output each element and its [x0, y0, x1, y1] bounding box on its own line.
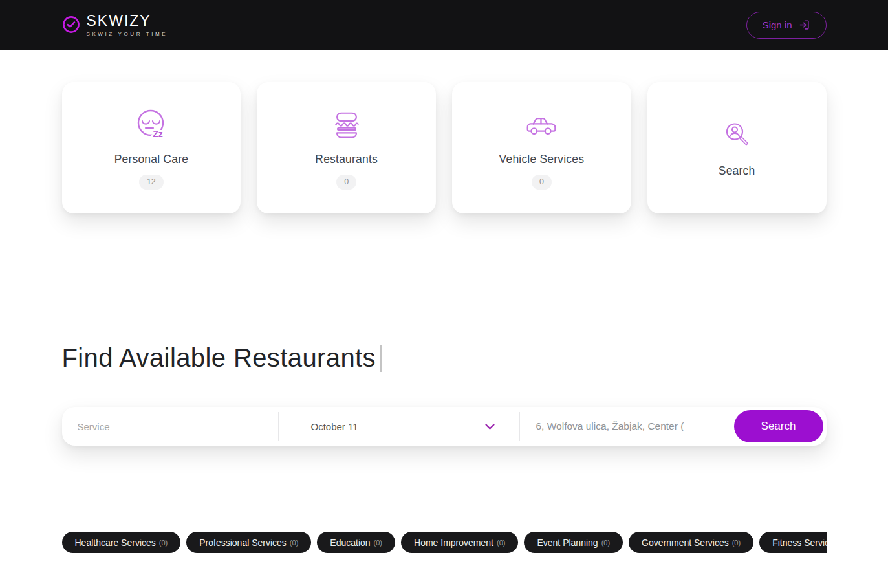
- chip-education[interactable]: Education (0): [317, 532, 395, 553]
- car-icon: [523, 106, 559, 142]
- chip-fitness-services[interactable]: Fitness Services (0): [759, 532, 826, 553]
- category-card-label: Search: [719, 164, 755, 178]
- brand-logo[interactable]: SKWIZY SKWIZ YOUR TIME: [62, 13, 168, 36]
- clock-check-icon: [62, 16, 80, 34]
- sign-in-label: Sign in: [763, 19, 792, 30]
- category-card-label: Vehicle Services: [499, 153, 585, 166]
- chip-professional-services[interactable]: Professional Services (0): [186, 532, 311, 553]
- chip-count: (0): [159, 539, 168, 547]
- category-card-personal-care[interactable]: Zz Personal Care 12: [62, 82, 241, 213]
- chip-government-services[interactable]: Government Services (0): [629, 532, 753, 553]
- typing-caret: [380, 345, 382, 372]
- chip-label: Home Improvement: [414, 538, 493, 548]
- login-icon: [798, 19, 810, 31]
- category-count-badge: 0: [336, 175, 356, 190]
- chip-label: Healthcare Services: [75, 538, 156, 548]
- chip-healthcare-services[interactable]: Healthcare Services (0): [62, 532, 181, 553]
- svg-text:Zz: Zz: [153, 129, 163, 139]
- date-value: October 11: [311, 421, 485, 432]
- chip-event-planning[interactable]: Event Planning (0): [524, 532, 623, 553]
- category-card-label: Restaurants: [315, 153, 378, 166]
- chip-count: (0): [497, 539, 505, 547]
- chevron-down-icon: [485, 424, 495, 430]
- burger-icon: [332, 106, 362, 142]
- category-card-restaurants[interactable]: Restaurants 0: [257, 82, 436, 213]
- chip-count: (0): [601, 539, 610, 547]
- search-bar: October 11 Search: [62, 407, 827, 446]
- search-button[interactable]: Search: [734, 410, 823, 442]
- service-input[interactable]: [62, 407, 278, 446]
- sign-in-button[interactable]: Sign in: [746, 12, 827, 39]
- category-card-label: Personal Care: [114, 153, 188, 166]
- chip-label: Fitness Services: [772, 538, 826, 548]
- sleepy-face-icon: Zz: [135, 106, 168, 142]
- category-card-vehicle-services[interactable]: Vehicle Services 0: [452, 82, 631, 213]
- top-nav: SKWIZY SKWIZ YOUR TIME Sign in: [0, 0, 888, 50]
- category-card-search[interactable]: Search: [647, 82, 827, 213]
- chip-count: (0): [374, 539, 382, 547]
- brand-name: SKWIZY: [87, 13, 168, 28]
- chip-label: Government Services: [642, 538, 729, 548]
- category-cards: Zz Personal Care 12 Restaurants 0: [62, 82, 827, 213]
- date-select[interactable]: October 11: [279, 407, 519, 446]
- chip-count: (0): [732, 539, 741, 547]
- category-count-badge: 12: [139, 175, 164, 190]
- chip-label: Event Planning: [537, 538, 598, 548]
- brand-tagline: SKWIZ YOUR TIME: [87, 31, 168, 37]
- page-title: Find Available Restaurants: [62, 343, 827, 373]
- page-title-text: Find Available Restaurants: [62, 343, 376, 373]
- chip-count: (0): [290, 539, 298, 547]
- category-count-badge: 0: [532, 175, 552, 190]
- chip-home-improvement[interactable]: Home Improvement (0): [401, 532, 518, 553]
- chip-label: Education: [330, 538, 370, 548]
- service-chips-row: Healthcare Services (0) Professional Ser…: [62, 532, 827, 553]
- user-search-icon: [724, 118, 750, 154]
- location-input[interactable]: [520, 407, 734, 446]
- chip-label: Professional Services: [199, 538, 287, 548]
